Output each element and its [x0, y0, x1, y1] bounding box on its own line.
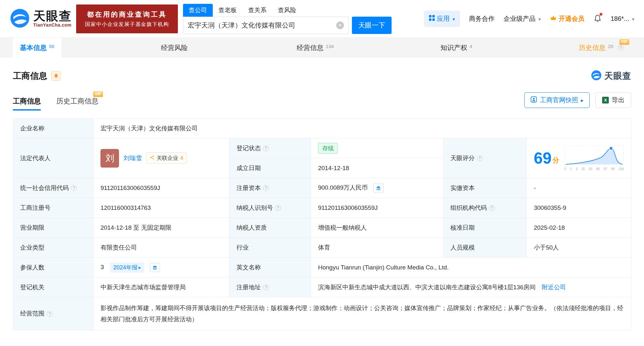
monitor-bell-icon[interactable] [51, 71, 61, 81]
notification-dot [600, 13, 602, 16]
credit-code-value: 91120116300603559J [93, 178, 229, 198]
chevron-down-icon [452, 15, 455, 22]
vip-badge: VIP [619, 39, 629, 45]
annual-report-link[interactable]: 2024年报 [110, 262, 144, 273]
help-icon[interactable] [618, 45, 624, 51]
field-label: 注册资本 [229, 178, 311, 198]
status-badge: 存续 [318, 143, 338, 154]
excel-icon [602, 97, 609, 103]
field-label: 经营范围 [13, 297, 93, 330]
search-tab-boss[interactable]: 查老板 [213, 4, 242, 17]
export-button[interactable]: 导出 [595, 92, 631, 108]
help-icon[interactable] [263, 284, 269, 290]
snapshot-label: 工商官网快照 [540, 96, 578, 104]
tab-history-info[interactable]: VIP 历史信息 20 [572, 38, 631, 58]
score-distribution-chart: 0131550859799100 [564, 145, 624, 171]
capital-bank-icon[interactable] [373, 184, 384, 193]
enterprise-products-label: 企业级产品 [504, 14, 536, 23]
field-label: 法定代表人 [13, 138, 93, 178]
help-icon[interactable] [489, 205, 495, 211]
field-label: 统一社会信用代码 [13, 178, 93, 198]
subtab-label: 工商信息 [13, 97, 41, 105]
promo-line2: 国家中小企业发展子基金旗下机构 [85, 21, 169, 28]
search-tab-company[interactable]: 查公司 [183, 4, 213, 17]
main-content: 工商信息 天眼查 工商信息 VIP 历史工商信息 工商官网快照 [0, 70, 644, 330]
tianyancha-swirl-icon [10, 8, 30, 30]
account-phone[interactable]: 186*... [611, 15, 634, 22]
industry-value: 体育 [311, 238, 443, 258]
export-label: 导出 [612, 96, 624, 104]
legal-rep-name-link[interactable]: 刘瑞雪 [123, 154, 142, 162]
tab-label: 知识产权 [441, 43, 467, 52]
search-box [183, 17, 349, 34]
help-icon[interactable] [263, 145, 269, 151]
id-photo-icon [530, 96, 537, 104]
table-row: 法定代表人 刘 刘瑞雪 关联企业 4 [13, 138, 631, 158]
clear-search-icon[interactable] [336, 21, 344, 29]
site-header: 天眼查 TianYanCha.com 都在用的商业查询工具 国家中小企业发展子基… [0, 0, 644, 38]
help-icon[interactable] [263, 185, 269, 191]
staff-size-value: 小于50人 [527, 238, 631, 258]
field-label: 营业期限 [13, 218, 93, 238]
tab-basic-info[interactable]: 基本信息 50 [13, 38, 61, 58]
legal-rep-avatar[interactable]: 刘 [100, 149, 119, 168]
business-cooperation-label: 商务合作 [469, 14, 495, 23]
field-label: 人员规模 [443, 238, 527, 258]
table-row: 企业类型 有限责任公司 行业 体育 人员规模 小于50人 [13, 238, 631, 258]
table-row: 经营范围 影视作品制作筹建，筹建期间不得开展该项目的生产经营活动；版权服务代理；… [13, 297, 631, 330]
search-tab-risk[interactable]: 查风险 [272, 4, 302, 17]
tab-label: 经营信息 [297, 43, 323, 52]
phone-label: 186*... [611, 15, 629, 22]
subtab-business-registration[interactable]: 工商信息 [13, 96, 41, 111]
tianyancha-swirl-icon [591, 70, 602, 82]
logo-domain: TianYanCha.com [33, 22, 72, 28]
nav-enterprise-products[interactable]: 企业级产品 [504, 14, 541, 23]
notifications-bell-icon[interactable] [593, 14, 602, 24]
score-axis-labels: 0131550859799100 [564, 167, 624, 171]
registration-number-value: 120116000314763 [93, 198, 229, 218]
tab-business-risk[interactable]: 经营风险 [154, 38, 197, 58]
company-name-value: 宏宇天润（天津）文化传媒有限公司 [93, 119, 631, 138]
crown-icon [550, 15, 557, 22]
field-label: 注册地址 [229, 277, 311, 297]
tab-count: 50 [49, 44, 54, 49]
help-icon[interactable] [47, 311, 52, 317]
related-companies-badge[interactable]: 关联企业 4 [146, 152, 187, 164]
chevron-down-icon [631, 15, 634, 22]
tab-business-info[interactable]: 经营信息 134 [290, 38, 341, 58]
nearby-companies-link[interactable]: 附近公司 [542, 284, 566, 291]
apps-label: 应用 [437, 14, 450, 23]
field-label: 天眼评分 [443, 138, 527, 178]
official-snapshot-button[interactable]: 工商官网快照 [524, 92, 590, 108]
search-tab-relation[interactable]: 查关系 [242, 4, 272, 17]
arrow-right-icon [139, 264, 141, 271]
open-membership-button[interactable]: 开通会员 [550, 14, 584, 23]
search-button[interactable]: 天眼一下 [352, 17, 392, 34]
score-unit: 分 [553, 156, 559, 166]
help-icon[interactable] [71, 185, 77, 191]
grid-icon [429, 15, 435, 22]
search-input[interactable] [188, 21, 336, 29]
link-nodes-icon [150, 155, 155, 161]
subtab-history-registration[interactable]: VIP 历史工商信息 [56, 96, 99, 111]
help-icon[interactable] [275, 205, 281, 211]
membership-label: 开通会员 [559, 14, 584, 23]
field-label: 工商注册号 [13, 198, 93, 218]
insured-bank-icon[interactable] [150, 263, 160, 272]
paid-capital-value: - [527, 178, 631, 198]
field-label: 纳税人资质 [229, 218, 311, 238]
table-row: 统一社会信用代码 91120116300603559J 注册资本 900.008… [13, 178, 631, 198]
apps-menu-button[interactable]: 应用 [424, 11, 460, 27]
table-row: 营业期限 2014-12-18 至 无固定期限 纳税人资质 增值税一般纳税人 核… [13, 218, 631, 238]
nav-business-cooperation[interactable]: 商务合作 [469, 14, 495, 23]
help-icon[interactable] [477, 155, 483, 161]
subtab-label: 历史工商信息 [56, 97, 99, 105]
table-row: 工商注册号 120116000314763 纳税人识别号 91120116300… [13, 198, 631, 218]
score-value: 69 [534, 150, 552, 166]
tab-intellectual-property[interactable]: 知识产权 4 [433, 38, 479, 58]
site-logo[interactable]: 天眼查 TianYanCha.com [10, 8, 72, 30]
field-label: 企业名称 [13, 119, 93, 138]
registered-capital-value: 900.0089万人民币 [311, 178, 443, 198]
field-label: 行业 [229, 238, 311, 258]
field-label: 英文名称 [229, 258, 311, 277]
